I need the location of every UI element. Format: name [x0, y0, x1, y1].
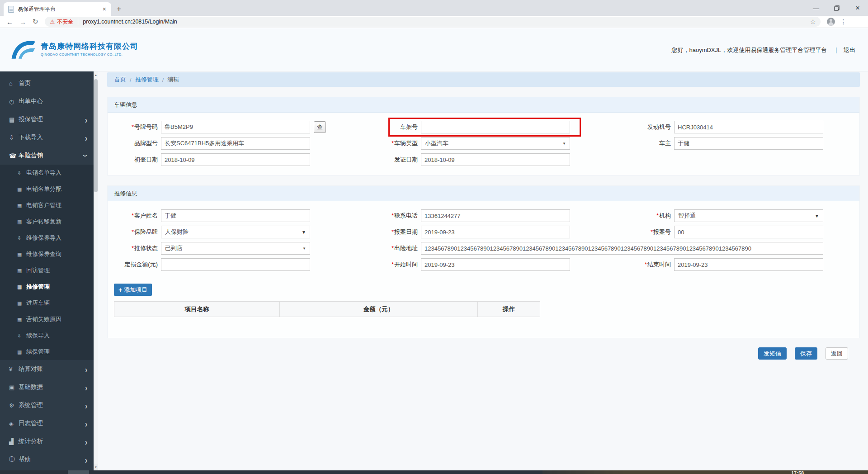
submenu-renewal-import[interactable]: ⇩ 续保导入 — [0, 327, 94, 344]
contact-phone-label: 联系电话 — [394, 212, 418, 219]
submenu-renewal-mgmt[interactable]: ▦ 续保管理 — [0, 344, 94, 360]
window-minimize-button[interactable]: — — [806, 0, 826, 16]
browser-tab[interactable]: 易保通管理平台 × — [4, 2, 111, 16]
sidebar-item-log-mgmt[interactable]: ◈ 日志管理 › — [0, 414, 94, 432]
submenu-telesales-list-import[interactable]: ⇩ 电销名单导入 — [0, 165, 94, 181]
gear-icon: ⚙ — [9, 402, 19, 409]
plate-query-button[interactable]: 查 — [314, 121, 326, 133]
not-secure-label[interactable]: 不安全 — [57, 18, 73, 26]
main-content: 首页 / 推修管理 / 编辑 车辆信息 *号牌号码 查 车架号 发动机号 — [98, 71, 868, 470]
report-date-input[interactable] — [421, 226, 570, 238]
submenu-telesales-list-assign[interactable]: ▦ 电销名单分配 — [0, 181, 94, 197]
tab-close-icon[interactable]: × — [101, 5, 108, 13]
add-item-button[interactable]: + 添加项目 — [114, 284, 152, 296]
url-text[interactable]: proxy1.countnet.cn:20815/Login/Main — [83, 19, 810, 25]
grid-icon: ▦ — [17, 349, 26, 355]
submenu-repair-referral-mgmt[interactable]: ▦ 推修管理 — [0, 279, 94, 295]
bookmark-star-icon[interactable]: ☆ — [810, 18, 816, 25]
window-restore-button[interactable] — [826, 0, 847, 16]
horizontal-scrollbar-thumb[interactable] — [68, 470, 89, 474]
repair-info-panel: 推修信息 *客户姓名 *联系电话 *机构 智择通 ▼ — [107, 185, 860, 338]
customer-name-input[interactable] — [161, 209, 310, 222]
vin-input[interactable] — [421, 121, 570, 133]
back-icon[interactable]: ← — [6, 18, 13, 26]
window-close-button[interactable]: × — [847, 0, 868, 16]
download-icon: ⇩ — [9, 134, 19, 141]
submenu-maintenance-query[interactable]: ▦ 维修保养查询 — [0, 246, 94, 262]
grid-icon: ▦ — [17, 300, 26, 306]
submenu-followup-mgmt[interactable]: ▦ 回访管理 — [0, 262, 94, 279]
scrollbar-thumb[interactable] — [94, 79, 98, 192]
not-secure-warning-icon[interactable]: ⚠ — [50, 19, 55, 25]
engine-number-input[interactable] — [674, 121, 823, 133]
browser-profile-avatar[interactable] — [827, 18, 835, 26]
bottom-scrollbar-strip[interactable]: 17:58 — [0, 470, 868, 474]
sidebar-submenu: ⇩ 电销名单导入 ▦ 电销名单分配 ▦ 电销客户管理 ▦ 客户转移复新 ⇩ 维修… — [0, 165, 94, 360]
company-logo: 青岛康特网络科技有限公司 QINGDAO COUNTNET TECHNOLOGY… — [10, 38, 138, 60]
grid-icon: ▦ — [17, 203, 26, 209]
sidebar-item-settlement[interactable]: ¥ 结算对账 › — [0, 360, 94, 378]
insurer-brand-select[interactable]: 人保财险 ▼ — [161, 226, 310, 238]
back-button[interactable]: 返回 — [826, 347, 848, 360]
scroll-down-icon[interactable]: ▼ — [94, 464, 98, 470]
first-reg-date-label: 初登日期 — [134, 156, 158, 163]
breadcrumb: 首页 / 推修管理 / 编辑 — [107, 72, 860, 87]
submenu-marketing-failure-reason[interactable]: ▦ 营销失败原因 — [0, 311, 94, 327]
breadcrumb-home[interactable]: 首页 — [114, 76, 126, 84]
reload-icon[interactable]: ↻ — [33, 18, 38, 26]
select-arrow-icon: ▼ — [815, 213, 819, 218]
save-button[interactable]: 保存 — [795, 347, 817, 360]
submenu-customer-transfer[interactable]: ▦ 客户转移复新 — [0, 213, 94, 230]
new-tab-button[interactable]: + — [117, 2, 121, 16]
vehicle-type-select[interactable]: 小型汽车 ▼ — [421, 137, 570, 150]
end-time-label: 结束时间 — [647, 261, 671, 268]
sidebar-item-download-import[interactable]: ⇩ 下载导入 › — [0, 128, 94, 147]
sidebar-item-statistics[interactable]: ▟ 统计分析 › — [0, 432, 94, 450]
start-time-input[interactable] — [421, 258, 570, 271]
plate-number-input[interactable] — [161, 121, 310, 133]
report-number-label: 报案号 — [653, 228, 671, 235]
accident-address-input[interactable] — [421, 242, 823, 255]
taskbar-clock: 17:58 — [791, 470, 804, 474]
submenu-telesales-customer-mgmt[interactable]: ▦ 电销客户管理 — [0, 197, 94, 213]
sidebar-item-insurance-mgmt[interactable]: ▤ 投保管理 › — [0, 110, 94, 128]
contact-phone-input[interactable] — [421, 209, 570, 222]
sidebar-item-home[interactable]: ⌂ 首页 — [0, 74, 94, 92]
owner-input[interactable] — [674, 137, 823, 150]
logo-swoosh-icon — [10, 38, 36, 60]
bar-chart-icon: ▟ — [9, 438, 19, 445]
sidebar-item-order-center[interactable]: ◷ 出单中心 — [0, 92, 94, 110]
sidebar-item-base-data[interactable]: ▣ 基础数据 › — [0, 378, 94, 396]
col-item-name: 项目名称 — [114, 302, 280, 317]
issue-date-input[interactable] — [421, 153, 570, 166]
report-number-input[interactable] — [674, 226, 823, 238]
database-icon: ▣ — [9, 384, 19, 391]
organization-select[interactable]: 智择通 ▼ — [674, 209, 823, 222]
browser-menu-icon[interactable]: ⋮ — [840, 18, 847, 25]
loss-amount-input[interactable] — [161, 258, 310, 271]
sidebar-scrollbar[interactable]: ▲ ▼ — [94, 71, 98, 470]
chevron-right-icon: › — [85, 364, 87, 374]
send-sms-button[interactable]: 发短信 — [758, 347, 787, 360]
plate-number-label: 号牌号码 — [134, 123, 158, 130]
sidebar-item-auto-insurance-marketing[interactable]: ☎ 车险营销 › — [0, 147, 94, 165]
sidebar-item-system-mgmt[interactable]: ⚙ 系统管理 › — [0, 396, 94, 414]
breadcrumb-section[interactable]: 推修管理 — [135, 76, 159, 84]
browser-tab-strip: 易保通管理平台 × + — × — [0, 0, 868, 16]
scroll-up-icon[interactable]: ▲ — [94, 71, 98, 78]
brand-model-input[interactable] — [161, 137, 310, 150]
company-name: 青岛康特网络科技有限公司 — [41, 41, 138, 52]
chevron-right-icon: › — [85, 382, 87, 392]
first-reg-date-input[interactable] — [161, 153, 310, 166]
grid-icon: ▦ — [17, 284, 26, 290]
submenu-instore-vehicles[interactable]: ▦ 进店车辆 — [0, 295, 94, 311]
submenu-maintenance-import[interactable]: ⇩ 维修保养导入 — [0, 230, 94, 246]
vehicle-info-panel: 车辆信息 *号牌号码 查 车架号 发动机号 — [107, 97, 860, 175]
logout-link[interactable]: 退出 — [844, 46, 855, 54]
url-field[interactable]: ⚠ 不安全 proxy1.countnet.cn:20815/Login/Mai… — [45, 17, 821, 27]
end-time-input[interactable] — [674, 258, 823, 271]
sidebar-item-help[interactable]: ⓘ 帮助 › — [0, 450, 94, 469]
repair-status-select[interactable]: 已到店 ▼ — [161, 242, 310, 255]
forward-icon[interactable]: → — [19, 18, 26, 26]
chevron-right-icon: › — [85, 114, 87, 124]
